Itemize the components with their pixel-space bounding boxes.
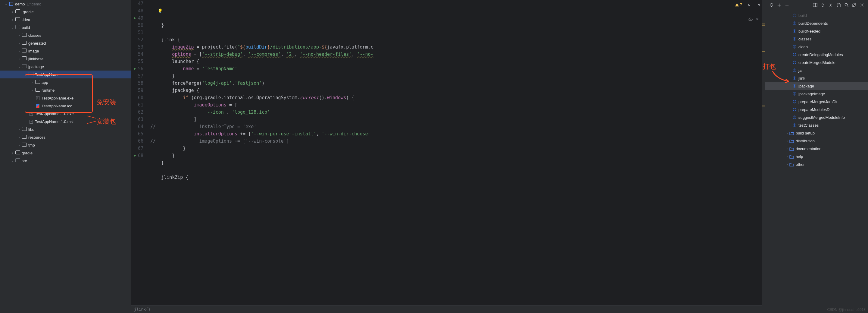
code-line[interactable]: if (org.gradle.internal.os.OperatingSyst…	[150, 94, 765, 101]
tree-item--idea[interactable]: ›.idea	[0, 16, 131, 24]
chevron-icon[interactable]: ›	[10, 10, 15, 13]
task-group-documentation[interactable]: ›documentation	[765, 145, 868, 152]
code-line[interactable]: launcher {	[150, 58, 765, 65]
code-line[interactable]: forceMerge('log4j-api','fastjson')	[150, 80, 765, 87]
chevron-icon[interactable]: ›	[17, 34, 22, 37]
task-prepareMergedJarsDir[interactable]: prepareMergedJarsDir	[765, 98, 868, 106]
code-line[interactable]: // installerType = 'exe'	[150, 123, 765, 130]
chevron-icon[interactable]: ›	[30, 81, 35, 84]
task-group-help[interactable]: ›help	[765, 152, 868, 161]
chevron-icon[interactable]: ›	[30, 89, 35, 92]
tree-item-jlinkbase[interactable]: ›jlinkbase	[0, 55, 131, 63]
remove-icon[interactable]	[783, 1, 790, 9]
code-line[interactable]: // imageOptions += ['--win-console']	[150, 138, 765, 145]
breadcrumb-bar[interactable]: jlink{}	[131, 305, 765, 313]
tree-item-testappname-1-0-msi[interactable]: ·?TestAppName-1.0.msi	[0, 118, 131, 125]
task-buildNeeded[interactable]: buildNeeded	[765, 27, 868, 35]
chevron-icon[interactable]: ⌄	[4, 2, 8, 6]
run-gutter-icon[interactable]: ▶	[134, 65, 136, 73]
tree-item-generated[interactable]: ›generated	[0, 39, 131, 47]
refresh-icon[interactable]	[768, 1, 775, 9]
chevron-icon[interactable]: ›	[10, 151, 15, 155]
download-sources-icon[interactable]	[835, 1, 842, 9]
tree-item-tmp[interactable]: ›tmp	[0, 141, 131, 149]
code-line[interactable]: }	[150, 22, 765, 29]
code-line[interactable]: jlink {	[150, 36, 765, 44]
run-gutter-icon[interactable]: ▶	[134, 152, 136, 159]
code-area[interactable]: 💡 } jlink { imageZip = project.file("${b…	[149, 0, 765, 305]
code-line[interactable]: options = ['--strip-debug', '--compress'…	[150, 51, 765, 58]
warning-badge[interactable]: 7	[735, 3, 742, 7]
chevron-icon[interactable]: ›	[17, 128, 22, 131]
offline-icon[interactable]	[850, 1, 858, 9]
editor-inspections-widget[interactable]: 7 ∧ ∨	[735, 1, 763, 8]
collapse-all-icon[interactable]	[827, 1, 834, 9]
task-testClasses[interactable]: testClasses	[765, 121, 868, 129]
tree-item-jpackage[interactable]: ⌄jpackage	[0, 63, 131, 70]
tree-item-testappname-ico[interactable]: ·TestAppName.ico	[0, 102, 131, 110]
code-line[interactable]: imageOptions = [	[150, 101, 765, 109]
chevron-icon[interactable]: ›	[17, 136, 22, 139]
editor[interactable]: 4748▶49505152535455▶56575859606162636465…	[131, 0, 765, 305]
task-prepareModulesDir[interactable]: prepareModulesDir	[765, 106, 868, 113]
task-build[interactable]: build	[765, 11, 868, 19]
chevron-icon[interactable]: ›	[17, 41, 22, 45]
expand-all-icon[interactable]	[819, 1, 827, 9]
chevron-icon[interactable]: ›	[17, 50, 22, 53]
gradle-task-tree[interactable]: buildbuildDependentsbuildNeededclassescl…	[765, 10, 868, 313]
chevron-icon[interactable]: ›	[17, 57, 22, 61]
code-line[interactable]: }	[150, 73, 765, 80]
chevron-right-icon[interactable]: ›	[785, 132, 789, 135]
task-jpackageImage[interactable]: jpackageImage	[765, 90, 868, 98]
task-createMergedModule[interactable]: createMergedModule	[765, 58, 868, 66]
tree-item-resources[interactable]: ›resources	[0, 133, 131, 141]
task-group-distribution[interactable]: ›distribution	[765, 137, 868, 145]
code-line[interactable]	[150, 29, 765, 36]
code-line[interactable]: name = 'TestAppName'	[150, 65, 765, 73]
task-jpackage[interactable]: jpackage	[765, 82, 868, 90]
code-line[interactable]: }	[150, 152, 765, 159]
tree-item-runtime[interactable]: ›runtime	[0, 86, 131, 94]
tree-item-testappname-1-0-exe[interactable]: ·?TestAppName-1.0.exe	[0, 110, 131, 118]
next-highlight-icon[interactable]: ∨	[755, 1, 763, 8]
chevron-icon[interactable]: ›	[17, 144, 22, 147]
code-line[interactable]: installerOptions += ['--win-per-user-ins…	[150, 130, 765, 138]
settings-icon[interactable]	[858, 1, 866, 9]
chevron-right-icon[interactable]: ›	[785, 147, 789, 150]
tree-item--gradle[interactable]: ›.gradle	[0, 8, 131, 16]
error-stripe[interactable]	[762, 0, 765, 305]
code-line[interactable]: ]	[150, 116, 765, 123]
prev-highlight-icon[interactable]: ∧	[745, 1, 752, 8]
chevron-icon[interactable]: ⌄	[10, 26, 15, 29]
tree-item-libs[interactable]: ›libs	[0, 125, 131, 133]
breadcrumb-item[interactable]: jlink{}	[134, 307, 151, 312]
tree-item-testappname-exe[interactable]: ·?TestAppName.exe	[0, 94, 131, 102]
chevron-icon[interactable]: ⌄	[24, 73, 28, 76]
task-suggestMergedModuleInfo[interactable]: suggestMergedModuleInfo	[765, 113, 868, 121]
project-tree[interactable]: ⌄demoE:\demo›.gradle›.idea⌄build›classes…	[0, 0, 131, 313]
code-line[interactable]: }	[150, 145, 765, 152]
task-jlink[interactable]: jlink	[765, 74, 868, 82]
chevron-right-icon[interactable]: ›	[785, 163, 789, 166]
task-buildDependents[interactable]: buildDependents	[765, 19, 868, 27]
run-gutter-icon[interactable]: ▶	[134, 15, 136, 22]
intention-bulb-icon[interactable]: 💡	[157, 7, 163, 15]
chevron-icon[interactable]: ›	[10, 18, 15, 21]
code-line[interactable]: }	[150, 159, 765, 167]
task-clean[interactable]: clean	[765, 43, 868, 51]
task-jar[interactable]: jar	[765, 66, 868, 74]
task-group-build-setup[interactable]: ›build setup	[765, 129, 868, 137]
tree-item-demo[interactable]: ⌄demoE:\demo	[0, 0, 131, 8]
chevron-icon[interactable]: ⌄	[17, 65, 22, 68]
task-classes[interactable]: classes	[765, 35, 868, 43]
tree-item-app[interactable]: ›app	[0, 78, 131, 86]
expand-tasks-icon[interactable]	[811, 1, 818, 9]
chevron-right-icon[interactable]: ›	[785, 139, 789, 143]
chevron-icon[interactable]: ⌄	[10, 159, 15, 163]
tree-item-image[interactable]: ›image	[0, 47, 131, 55]
task-createDelegatingModules[interactable]: createDelegatingModules	[765, 51, 868, 58]
code-line[interactable]: jpackage {	[150, 87, 765, 94]
analyze-icon[interactable]	[843, 1, 850, 9]
chevron-right-icon[interactable]: ›	[785, 155, 789, 158]
code-line[interactable]: imageZip = project.file("${buildDir}/dis…	[150, 44, 765, 51]
